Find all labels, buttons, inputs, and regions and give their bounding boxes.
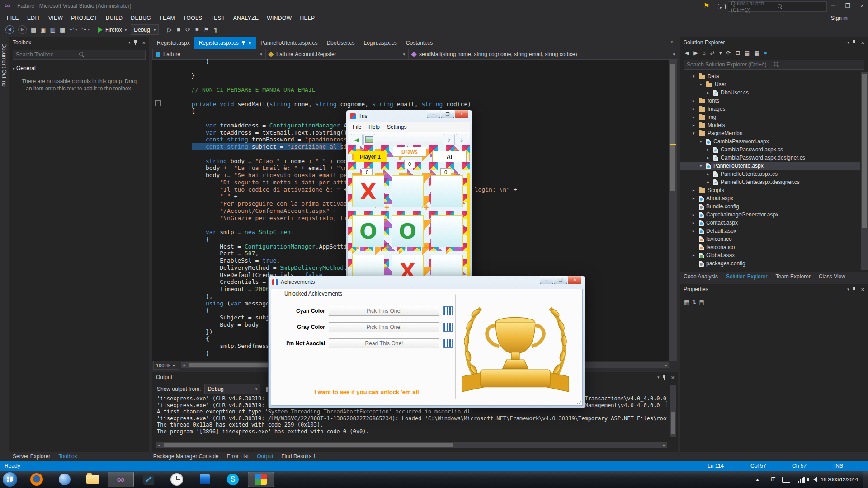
maximize-button[interactable]: ❐ <box>554 276 567 284</box>
toolbox-search-input[interactable]: Search Toolbox <box>13 50 146 60</box>
expander-icon[interactable]: ▸ <box>707 147 713 152</box>
scroll-left-icon[interactable]: ◂ <box>156 442 162 448</box>
minimize-button[interactable]: ─ <box>826 0 840 11</box>
scrollbar-thumb[interactable] <box>164 443 453 447</box>
output-horizontal-scrollbar[interactable]: ◂ ▸ <box>156 442 667 448</box>
panel-tab-toolbox[interactable]: Toolbox <box>58 453 77 460</box>
panel-tab-package-manager-console[interactable]: Package Manager Console <box>153 453 219 460</box>
zoom-select[interactable]: 100 % ▾ <box>153 361 179 370</box>
tray-volume-icon[interactable] <box>813 471 817 488</box>
notifications-flag-icon[interactable]: ⚑ <box>703 2 709 10</box>
taskbar-tool[interactable] <box>136 472 162 487</box>
tree-item-paginemembri[interactable]: ▾PagineMembri <box>680 129 860 137</box>
tree-item-contact-aspx[interactable]: ▸Contact.aspx <box>680 219 860 227</box>
tree-item-favicona-ico[interactable]: favicona.ico <box>680 243 860 251</box>
scrollbar-thumb[interactable] <box>670 64 675 191</box>
expander-icon[interactable]: ▸ <box>693 253 699 258</box>
chevron-down-icon[interactable]: ▾ <box>657 375 660 380</box>
resize-grip[interactable] <box>577 400 581 404</box>
tree-item-packages-config[interactable]: packages.config <box>680 259 860 267</box>
expander-icon[interactable]: ▸ <box>693 115 699 119</box>
tray-chevron[interactable]: ▲ <box>755 471 760 488</box>
menu-item-view[interactable]: VIEW <box>44 15 67 21</box>
quick-launch-input[interactable]: Quick Launch (Ctrl+Q) <box>728 1 827 12</box>
show-desktop-button[interactable] <box>863 471 868 488</box>
tree-item-fonts[interactable]: ▸fonts <box>680 97 860 105</box>
menu-item-team[interactable]: TEAM <box>155 15 179 21</box>
expander-icon[interactable]: ▸ <box>693 212 699 217</box>
close-icon[interactable]: × <box>248 40 252 47</box>
pin-icon[interactable] <box>133 40 137 45</box>
taskbar-browser[interactable] <box>52 472 78 487</box>
editor-tab-register-aspx-cs[interactable]: Register.aspx.cs× <box>194 37 256 49</box>
board-cell-1-2[interactable] <box>431 215 463 247</box>
home-icon[interactable]: ⌂ <box>702 50 705 56</box>
stop-debugging-icon[interactable]: ■ <box>177 27 180 33</box>
taskbar-explorer[interactable] <box>80 472 106 487</box>
tree-item-pannelloutente-aspx-cs[interactable]: ▸PannelloUtente.aspx.cs <box>680 170 860 178</box>
background-picture-button[interactable] <box>363 134 375 145</box>
expander-icon[interactable]: ▸ <box>707 172 713 176</box>
expander-icon[interactable]: ▸ <box>693 196 699 201</box>
taskbar-skype[interactable]: S <box>220 472 246 487</box>
expander-icon[interactable]: ▸ <box>693 188 699 192</box>
expander-icon[interactable]: ▾ <box>693 74 699 79</box>
tree-item-models[interactable]: ▸Models <box>680 121 860 129</box>
pin-icon[interactable] <box>241 41 245 46</box>
panel-tab-server-explorer[interactable]: Server Explorer <box>13 453 50 460</box>
scrollbar-thumb[interactable] <box>671 412 675 434</box>
tree-item-about-aspx[interactable]: ▸About.aspx <box>680 194 860 202</box>
solution-explorer-search-input[interactable]: Search Solution Explorer (Ctrl+è) <box>684 60 864 70</box>
tris-menu-settings[interactable]: Settings <box>387 124 406 130</box>
tree-item-data[interactable]: ▾Data <box>680 72 860 80</box>
expander-icon[interactable]: ▾ <box>700 164 706 168</box>
tray-language[interactable]: IT <box>770 471 775 488</box>
tray-display-icon[interactable] <box>782 471 790 488</box>
close-button[interactable]: × <box>855 0 868 11</box>
redo-icon[interactable]: ↷ <box>81 27 86 33</box>
close-icon[interactable]: × <box>861 39 864 46</box>
tree-item-pannelloutente-aspx[interactable]: ▾PannelloUtente.aspx <box>680 162 860 170</box>
scroll-left-icon[interactable]: ◂ <box>181 362 187 368</box>
expander-icon[interactable]: ▸ <box>693 107 699 111</box>
tab-list-dropdown-icon[interactable]: ▾ <box>671 40 673 44</box>
tris-menu-file[interactable]: File <box>353 124 361 130</box>
tree-item-img[interactable]: ▸img <box>680 113 860 121</box>
solution-explorer-scrollbar[interactable] <box>861 72 868 270</box>
panel-tab-output[interactable]: Output <box>257 453 273 460</box>
achievement-button-i-m-not-asocial[interactable]: Read This One! <box>329 338 439 348</box>
document-outline-tab[interactable]: Document Outline <box>1 43 7 87</box>
close-icon[interactable]: × <box>671 374 675 381</box>
editor-tab-login-aspx-cs[interactable]: Login.aspx.cs <box>359 37 401 49</box>
categorized-icon[interactable]: ▦ <box>684 299 689 305</box>
panel-tab-class-view[interactable]: Class View <box>819 273 845 280</box>
menu-item-debug[interactable]: DEBUG <box>127 15 155 21</box>
pin-icon[interactable] <box>662 375 666 380</box>
board-cell-0-0[interactable]: X <box>352 175 384 207</box>
board-cell-1-1[interactable]: O <box>392 215 424 247</box>
expander-icon[interactable]: ▸ <box>693 123 699 127</box>
close-button[interactable]: × <box>568 276 581 284</box>
expander-icon[interactable]: ▸ <box>693 221 699 225</box>
undo-icon[interactable]: ↶ <box>69 27 74 33</box>
expander-icon[interactable]: ▸ <box>707 180 713 184</box>
panel-tab-team-explorer[interactable]: Team Explorer <box>775 273 810 280</box>
maximize-button[interactable]: ❐ <box>841 0 854 11</box>
save-icon[interactable]: ▥ <box>50 27 56 33</box>
tree-item-pannelloutente-aspx-designer-cs[interactable]: ▸PannelloUtente.aspx.designer.cs <box>680 178 860 186</box>
tree-item-cambiapassword-aspx[interactable]: ▾CambiaPassword.aspx <box>680 137 860 145</box>
chevron-down-icon[interactable]: ▾ <box>847 40 849 45</box>
tree-item-captchaimagegenerator-aspx[interactable]: ▸CaptchaImageGenerator.aspx <box>680 211 860 219</box>
expander-icon[interactable]: ▸ <box>707 90 713 95</box>
sound-off-button[interactable]: ♪ <box>456 134 467 145</box>
start-debugging-button[interactable]: Firefox ▾ <box>98 27 127 33</box>
minimize-button[interactable]: ─ <box>427 110 440 118</box>
menu-item-test[interactable]: TEST <box>206 15 229 21</box>
minimize-button[interactable]: ─ <box>540 276 553 284</box>
output-vertical-scrollbar[interactable] <box>670 385 676 437</box>
start-without-debugging-icon[interactable]: ▷ <box>167 27 172 33</box>
refresh-icon[interactable]: ⟳ <box>726 50 731 56</box>
tree-item-default-aspx[interactable]: ▸Default.aspx <box>680 227 860 235</box>
board-cell-1-0[interactable]: O <box>352 215 384 247</box>
panel-tab-solution-explorer[interactable]: Solution Explorer <box>726 273 767 280</box>
